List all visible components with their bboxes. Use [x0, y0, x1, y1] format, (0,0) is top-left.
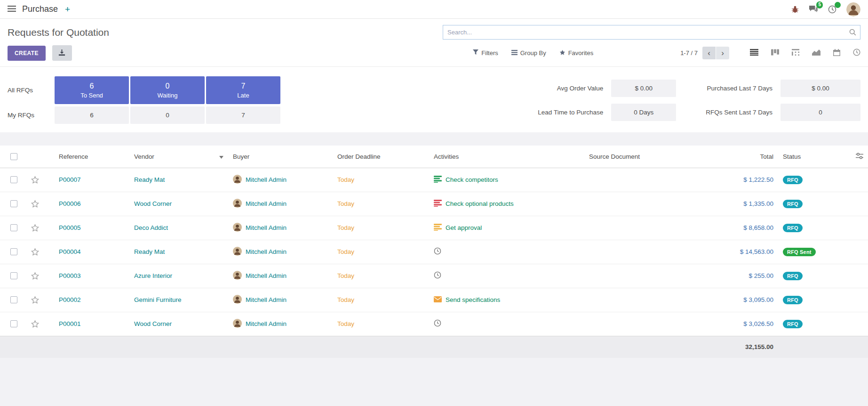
view-kanban-button[interactable] [771, 49, 779, 57]
clock-icon[interactable] [434, 247, 441, 256]
column-header-order-deadline[interactable]: Order Deadline [333, 146, 429, 168]
column-header-source-document[interactable]: Source Document [584, 146, 725, 168]
buyer-link[interactable]: Mitchell Admin [246, 224, 287, 231]
apps-menu-button[interactable] [8, 6, 16, 13]
table-row[interactable]: P00005 Deco Addict Mitchell Admin Today … [0, 216, 868, 240]
tile-late[interactable]: 7 Late [206, 76, 280, 104]
column-header-vendor[interactable]: Vendor [129, 146, 228, 168]
tasks-icon[interactable] [434, 176, 442, 184]
activities-icon[interactable] [828, 5, 836, 14]
reference-link[interactable]: P00006 [59, 200, 81, 207]
table-row[interactable]: P00003 Azure Interior Mitchell Admin Tod… [0, 264, 868, 288]
total-amount: $ 3,026.50 [743, 320, 773, 327]
activity-link[interactable]: Check competitors [446, 176, 498, 183]
favorite-star-icon[interactable] [31, 272, 40, 280]
tile-to-send[interactable]: 6 To Send [55, 76, 129, 104]
search-icon[interactable] [849, 29, 856, 36]
vendor-link[interactable]: Gemini Furniture [134, 296, 182, 303]
messages-icon[interactable]: 5 [809, 5, 818, 13]
column-header-total[interactable]: Total [725, 146, 778, 168]
vendor-link[interactable]: Ready Mat [134, 176, 165, 183]
view-calendar-button[interactable] [833, 49, 840, 57]
view-list-button[interactable] [750, 49, 758, 57]
user-avatar[interactable] [846, 2, 860, 16]
my-to-send-count[interactable]: 6 [55, 106, 129, 124]
favorites-button[interactable]: Favorites [559, 49, 593, 57]
column-header-activities[interactable]: Activities [429, 146, 584, 168]
new-tab-button[interactable]: + [65, 5, 70, 14]
favorite-star-icon[interactable] [31, 320, 40, 328]
page-title: Requests for Quotation [8, 27, 109, 38]
favorite-star-icon[interactable] [31, 200, 40, 208]
row-checkbox[interactable] [10, 296, 17, 303]
buyer-link[interactable]: Mitchell Admin [246, 320, 287, 327]
favorite-star-icon[interactable] [31, 296, 40, 304]
reference-link[interactable]: P00001 [59, 320, 81, 327]
vendor-link[interactable]: Deco Addict [134, 224, 168, 231]
to-send-count: 6 [90, 82, 94, 90]
row-checkbox[interactable] [10, 224, 17, 231]
reference-link[interactable]: P00003 [59, 272, 81, 279]
row-checkbox[interactable] [10, 248, 17, 255]
rfq-table: Reference Vendor Buyer Order Deadline Ac… [0, 146, 868, 358]
my-waiting-count[interactable]: 0 [130, 106, 205, 124]
optional-columns-button[interactable] [856, 153, 863, 161]
view-graph-button[interactable] [812, 49, 820, 57]
column-header-status[interactable]: Status [778, 146, 837, 168]
favorite-star-icon[interactable] [31, 176, 40, 184]
reference-link[interactable]: P00007 [59, 176, 81, 183]
select-all-checkbox[interactable] [10, 153, 17, 160]
export-button[interactable] [52, 45, 72, 61]
buyer-avatar [233, 247, 242, 257]
tile-waiting[interactable]: 0 Waiting [130, 76, 205, 104]
activity-link[interactable]: Check optional products [446, 200, 514, 207]
column-header-reference[interactable]: Reference [54, 146, 129, 168]
buyer-link[interactable]: Mitchell Admin [246, 176, 287, 183]
filters-button[interactable]: Filters [473, 49, 498, 57]
favorite-star-icon[interactable] [31, 248, 40, 256]
lead-time-label: Lead Time to Purchase [538, 109, 603, 116]
table-row[interactable]: P00002 Gemini Furniture Mitchell Admin T… [0, 288, 868, 312]
favorite-star-icon[interactable] [31, 224, 40, 232]
buyer-link[interactable]: Mitchell Admin [246, 296, 287, 303]
clock-icon[interactable] [434, 319, 441, 328]
tasks-icon[interactable] [434, 200, 442, 208]
buyer-link[interactable]: Mitchell Admin [246, 272, 287, 279]
view-pivot-button[interactable] [792, 49, 799, 57]
create-button[interactable]: CREATE [8, 46, 46, 61]
table-row[interactable]: P00007 Ready Mat Mitchell Admin Today Ch… [0, 168, 868, 192]
vendor-link[interactable]: Ready Mat [134, 248, 165, 255]
reference-link[interactable]: P00002 [59, 296, 81, 303]
to-send-label: To Send [80, 92, 103, 99]
vendor-link[interactable]: Wood Corner [134, 200, 172, 207]
reference-link[interactable]: P00005 [59, 224, 81, 231]
debug-bug-icon[interactable] [791, 6, 799, 13]
reference-link[interactable]: P00004 [59, 248, 81, 255]
pager-next-button[interactable]: › [716, 47, 729, 59]
table-row[interactable]: P00006 Wood Corner Mitchell Admin Today … [0, 192, 868, 216]
order-deadline: Today [337, 296, 354, 303]
tasks-icon[interactable] [434, 224, 442, 232]
row-checkbox[interactable] [10, 200, 17, 207]
row-checkbox[interactable] [10, 272, 17, 279]
activity-link[interactable]: Send specifications [446, 296, 500, 303]
envelope-icon[interactable] [434, 296, 442, 304]
app-name[interactable]: Purchase [22, 4, 58, 14]
pager-previous-button[interactable]: ‹ [702, 47, 716, 59]
search-input[interactable] [443, 25, 860, 40]
buyer-link[interactable]: Mitchell Admin [246, 248, 287, 255]
order-deadline: Today [337, 176, 354, 183]
row-checkbox[interactable] [10, 320, 17, 327]
vendor-link[interactable]: Wood Corner [134, 320, 172, 327]
buyer-link[interactable]: Mitchell Admin [246, 200, 287, 207]
group-by-button[interactable]: Group By [511, 49, 546, 57]
column-header-buyer[interactable]: Buyer [228, 146, 333, 168]
my-late-count[interactable]: 7 [206, 106, 280, 124]
view-activity-button[interactable] [853, 49, 860, 57]
vendor-link[interactable]: Azure Interior [134, 272, 172, 279]
activity-link[interactable]: Get approval [446, 224, 482, 231]
row-checkbox[interactable] [10, 176, 17, 183]
table-row[interactable]: P00001 Wood Corner Mitchell Admin Today … [0, 312, 868, 336]
table-row[interactable]: P00004 Ready Mat Mitchell Admin Today $ … [0, 240, 868, 264]
clock-icon[interactable] [434, 271, 441, 280]
